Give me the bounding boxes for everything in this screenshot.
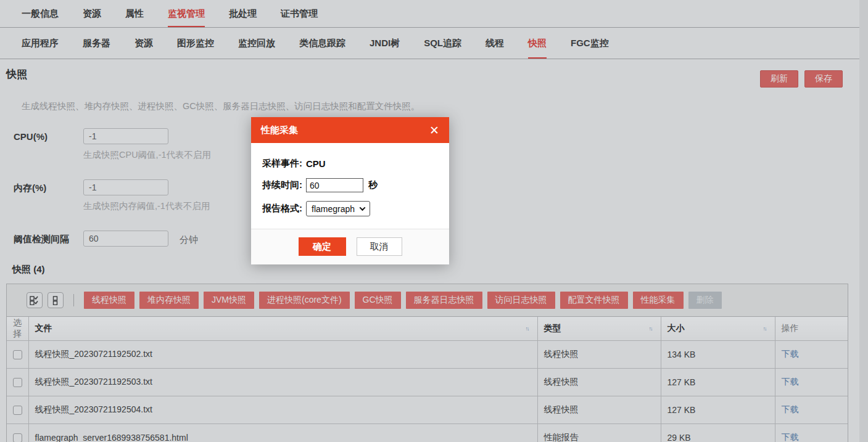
tab-batch[interactable]: 批处理	[229, 0, 257, 27]
sort-icon-file[interactable]: ↑↓	[526, 325, 531, 332]
subtab-class-tracking[interactable]: 类信息跟踪	[299, 28, 345, 59]
table-row: 线程快照_20230721192503.txt 线程快照 127 KB 下载	[7, 368, 848, 396]
delete-button[interactable]: 删除	[688, 292, 722, 309]
file-type: 性能报告	[537, 424, 661, 442]
download-link[interactable]: 下载	[782, 432, 799, 442]
file-size: 134 KB	[661, 340, 775, 368]
report-format-select[interactable]: flamegraph	[306, 201, 370, 216]
duration-label: 持续时间:	[262, 179, 302, 191]
config-file-snapshot-button[interactable]: 配置文件快照	[560, 292, 628, 309]
file-size: 29 KB	[661, 424, 775, 442]
tab-properties[interactable]: 属性	[125, 0, 144, 27]
performance-collect-dialog: 性能采集 ✕ 采样事件: CPU 持续时间: 秒 报告格式: flamegrap…	[251, 117, 449, 264]
file-name: 线程快照_20230721192503.txt	[28, 368, 537, 396]
select-all-icon	[30, 295, 39, 305]
page-title: 快照	[6, 67, 27, 81]
page-description: 生成线程快照、堆内存快照、进程快照、GC快照、服务器日志快照、访问日志快照和配置…	[22, 100, 868, 112]
subtab-resources[interactable]: 资源	[134, 28, 153, 59]
close-icon[interactable]: ✕	[429, 125, 439, 136]
report-format-value: flamegraph	[312, 204, 355, 214]
header-size-label: 大小	[668, 323, 685, 334]
subtab-sql-trace[interactable]: SQL追踪	[424, 28, 461, 59]
table-row: 线程快照_20230721192502.txt 线程快照 134 KB 下载	[7, 340, 848, 368]
header-type[interactable]: 类型 ↑↓	[537, 317, 661, 340]
header-size[interactable]: 大小 ↑↓	[661, 317, 775, 340]
cpu-threshold-label: CPU(%)	[6, 128, 83, 142]
file-name: flamegraph_server1689938756581.html	[28, 424, 537, 442]
subtab-monitor-replay[interactable]: 监控回放	[238, 28, 275, 59]
access-log-snapshot-button[interactable]: 访问日志快照	[487, 292, 555, 309]
server-log-snapshot-button[interactable]: 服务器日志快照	[406, 292, 482, 309]
file-type: 线程快照	[537, 368, 661, 396]
memory-threshold-input[interactable]	[83, 179, 168, 195]
cancel-button[interactable]: 取消	[357, 237, 402, 256]
sample-event-label: 采样事件:	[262, 158, 302, 170]
secondary-tab-bar: 应用程序 服务器 资源 图形监控 监控回放 类信息跟踪 JNDI树 SQL追踪 …	[0, 28, 868, 59]
heap-snapshot-button[interactable]: 堆内存快照	[139, 292, 199, 309]
snapshot-panel: 线程快照 堆内存快照 JVM快照 进程快照(core文件) GC快照 服务器日志…	[6, 284, 848, 442]
save-button[interactable]: 保存	[804, 70, 843, 88]
sort-icon-type[interactable]: ↑↓	[649, 325, 655, 332]
ok-button[interactable]: 确定	[299, 237, 346, 256]
report-format-label: 报告格式:	[262, 203, 302, 215]
toolbar-divider	[73, 294, 74, 306]
memory-threshold-help: 生成快照内存阈值,-1代表不启用	[83, 200, 210, 212]
subtab-jndi-tree[interactable]: JNDI树	[370, 28, 400, 59]
file-name: 线程快照_20230721192502.txt	[28, 340, 537, 368]
download-link[interactable]: 下载	[782, 349, 799, 359]
table-header-row: 选择 文件 ↑↓ 类型 ↑↓ 大小 ↑↓ 操作	[7, 317, 848, 340]
interval-input[interactable]	[83, 231, 168, 247]
file-type: 线程快照	[537, 340, 661, 368]
row-checkbox[interactable]	[13, 433, 22, 442]
snapshot-toolbar: 线程快照 堆内存快照 JVM快照 进程快照(core文件) GC快照 服务器日志…	[7, 284, 848, 317]
duration-unit: 秒	[368, 179, 378, 191]
chevron-down-icon	[360, 205, 366, 211]
subtab-threads[interactable]: 线程	[486, 28, 504, 59]
row-checkbox[interactable]	[13, 350, 22, 359]
clear-selection-button[interactable]	[48, 292, 64, 308]
subtab-fgc-monitor[interactable]: FGC监控	[571, 28, 609, 59]
subtab-applications[interactable]: 应用程序	[22, 28, 59, 59]
sort-icon-size[interactable]: ↑↓	[763, 325, 769, 332]
thread-snapshot-button[interactable]: 线程快照	[84, 292, 134, 309]
interval-unit: 分钟	[180, 231, 198, 246]
dialog-title: 性能采集	[261, 125, 298, 136]
download-link[interactable]: 下载	[782, 377, 799, 387]
header-action: 操作	[775, 317, 848, 340]
download-link[interactable]: 下载	[782, 404, 799, 414]
tab-monitor-management[interactable]: 监视管理	[168, 0, 205, 27]
memory-threshold-label: 内存(%)	[6, 179, 83, 194]
header-select: 选择	[7, 317, 28, 340]
dialog-footer: 确定 取消	[251, 229, 449, 264]
header-file[interactable]: 文件 ↑↓	[28, 317, 537, 340]
file-type: 线程快照	[537, 396, 661, 424]
row-checkbox[interactable]	[13, 378, 22, 387]
refresh-button[interactable]: 刷新	[760, 70, 798, 88]
select-all-button[interactable]	[27, 292, 43, 308]
table-row: flamegraph_server1689938756581.html 性能报告…	[7, 424, 848, 442]
tab-certificate-management[interactable]: 证书管理	[281, 0, 318, 27]
dialog-header: 性能采集 ✕	[251, 117, 449, 143]
header-type-label: 类型	[544, 323, 561, 334]
row-checkbox[interactable]	[13, 406, 22, 415]
subtab-snapshot[interactable]: 快照	[528, 28, 547, 59]
process-core-snapshot-button[interactable]: 进程快照(core文件)	[259, 292, 350, 309]
tab-general-info[interactable]: 一般信息	[22, 0, 59, 27]
subtab-server[interactable]: 服务器	[83, 28, 110, 59]
header-file-label: 文件	[35, 323, 52, 334]
performance-collect-button[interactable]: 性能采集	[633, 292, 684, 309]
tab-resources[interactable]: 资源	[83, 0, 101, 27]
vertical-scrollbar[interactable]	[859, 0, 868, 442]
duration-input[interactable]	[306, 178, 363, 192]
gc-snapshot-button[interactable]: GC快照	[355, 292, 401, 309]
snapshot-table: 选择 文件 ↑↓ 类型 ↑↓ 大小 ↑↓ 操作	[7, 317, 848, 442]
table-row: 线程快照_20230721192504.txt 线程快照 127 KB 下载	[7, 396, 848, 424]
jvm-snapshot-button[interactable]: JVM快照	[204, 292, 254, 309]
sample-event-value: CPU	[306, 158, 326, 169]
primary-tab-bar: 一般信息 资源 属性 监视管理 批处理 证书管理	[0, 0, 868, 28]
subtab-graph-monitor[interactable]: 图形监控	[177, 28, 214, 59]
file-size: 127 KB	[661, 368, 775, 396]
cpu-threshold-input[interactable]	[83, 128, 168, 144]
cpu-threshold-help: 生成快照CPU阈值,-1代表不启用	[83, 149, 211, 161]
file-name: 线程快照_20230721192504.txt	[28, 396, 537, 424]
